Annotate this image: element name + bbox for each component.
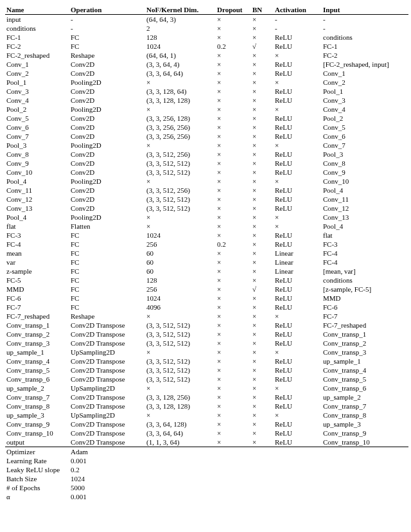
cell-nof: (3, 3, 512, 512) [145,204,216,213]
cell-nof: × [145,141,216,150]
cell-dropout: × [216,24,251,33]
cell-inp: Conv_3 [322,96,408,105]
cell-inp: Conv_transp_1 [322,330,408,339]
cell-inp: Conv_1 [322,69,408,78]
cell-inp: Conv_transp_8 [322,411,408,420]
table-row: Conv_transp_8Conv2D Transpose(3, 3, 128,… [5,402,408,411]
cell-name: FC-6 [5,294,69,303]
col-bn: BN [251,5,274,15]
hyper-row: Batch Size1024 [5,474,408,483]
cell-nof: (3, 3, 512, 512) [145,357,216,366]
cell-op: Conv2D Transpose [69,438,145,447]
cell-op: Conv2D Transpose [69,393,145,402]
cell-name: input [5,15,69,24]
table-row: Conv_transp_1Conv2D Transpose(3, 3, 512,… [5,321,408,330]
cell-act: ReLU [274,204,322,213]
cell-inp: MMD [322,294,408,303]
cell-inp: conditions [322,33,408,42]
table-body: input-(64, 64, 3)××--conditions-2××--FC-… [5,15,408,447]
table-header: Name Operation NoF/Kernel Dim. Dropout B… [5,5,408,15]
cell-dropout: × [216,177,251,186]
cell-inp: Conv_transp_4 [322,366,408,375]
cell-bn: × [251,204,274,213]
col-input: Input [322,5,408,15]
cell-nof: 60 [145,267,216,276]
cell-op: Conv2D Transpose [69,429,145,438]
cell-name: up_sample_2 [5,384,69,393]
cell-act: ReLU [274,429,322,438]
cell-op: Conv2D Transpose [69,330,145,339]
cell-inp: FC-2 [322,51,408,60]
cell-op: FC [69,285,145,294]
cell-act: × [274,312,322,321]
cell-inp: Conv_transp_10 [322,438,408,447]
cell-inp: Pool_2 [322,114,408,123]
cell-bn: × [251,402,274,411]
cell-inp: [FC-2_reshaped, input] [322,60,408,69]
table-row: Pool_2Pooling2D××××Conv_4 [5,105,408,114]
cell-inp: flat [322,231,408,240]
cell-dropout: × [216,186,251,195]
cell-bn: × [251,276,274,285]
cell-op: Conv2D [69,186,145,195]
table-row: Conv_11Conv2D(3, 3, 512, 256)××ReLUPool_… [5,186,408,195]
cell-dropout: × [216,420,251,429]
cell-nof: (3, 3, 128, 256) [145,393,216,402]
cell-nof: (64, 64, 1) [145,51,216,60]
cell-act: × [274,222,322,231]
cell-bn: × [251,15,274,24]
hyper-row: OptimizerAdam [5,447,408,457]
hyper-value: 1024 [69,474,408,483]
cell-bn: × [251,51,274,60]
cell-inp: - [322,24,408,33]
cell-bn: √ [251,285,274,294]
cell-inp: FC-1 [322,42,408,51]
cell-act: ReLU [274,303,322,312]
cell-act: ReLU [274,330,322,339]
cell-bn: × [251,321,274,330]
cell-nof: 60 [145,249,216,258]
cell-bn: × [251,222,274,231]
cell-name: FC-7_reshaped [5,312,69,321]
table-row: Conv_10Conv2D(3, 3, 512, 512)××ReLUConv_… [5,168,408,177]
cell-bn: × [251,348,274,357]
cell-act: × [274,78,322,87]
cell-name: flat [5,222,69,231]
table-row: Conv_13Conv2D(3, 3, 512, 512)××ReLUConv_… [5,204,408,213]
cell-name: FC-7 [5,303,69,312]
cell-dropout: × [216,87,251,96]
cell-act: ReLU [274,168,322,177]
cell-bn: × [251,96,274,105]
cell-op: FC [69,231,145,240]
cell-op: Pooling2D [69,177,145,186]
cell-dropout: 0.2 [216,42,251,51]
cell-name: Conv_transp_10 [5,429,69,438]
cell-bn: × [251,312,274,321]
cell-op: Conv2D Transpose [69,420,145,429]
cell-nof: × [145,384,216,393]
cell-op: Conv2D [69,150,145,159]
hyper-key: Batch Size [5,474,69,483]
cell-inp: Conv_2 [322,78,408,87]
cell-op: FC [69,240,145,249]
table-row: FC-6FC1024××ReLUMMD [5,294,408,303]
cell-name: Conv_9 [5,159,69,168]
cell-dropout: × [216,393,251,402]
cell-name: Conv_transp_9 [5,420,69,429]
cell-op: FC [69,42,145,51]
cell-inp: Pool_4 [322,222,408,231]
cell-bn: × [251,438,274,447]
cell-act: ReLU [274,42,322,51]
cell-nof: × [145,348,216,357]
table-row: Conv_5Conv2D(3, 3, 256, 128)××ReLUPool_2 [5,114,408,123]
cell-inp: Conv_9 [322,168,408,177]
cell-bn: × [251,69,274,78]
cell-nof: (3, 3, 512, 512) [145,168,216,177]
table-row: varFC60××LinearFC-4 [5,258,408,267]
cell-bn: × [251,411,274,420]
table-row: Conv_transp_4Conv2D Transpose(3, 3, 512,… [5,357,408,366]
cell-dropout: × [216,141,251,150]
cell-bn: × [251,375,274,384]
cell-name: Conv_8 [5,150,69,159]
cell-nof: (3, 3, 512, 512) [145,375,216,384]
